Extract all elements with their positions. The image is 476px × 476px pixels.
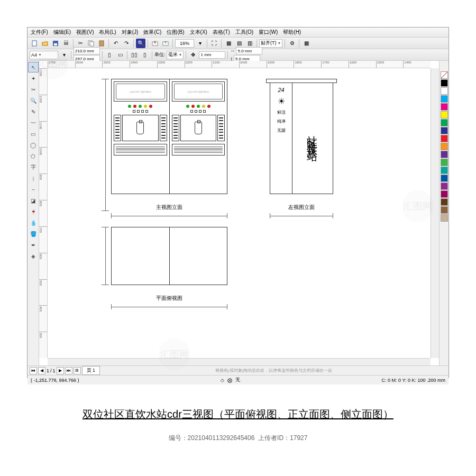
transparency-tool-icon[interactable]: 🍷 [28, 206, 39, 217]
ellipse-tool-icon[interactable]: ◯ [28, 140, 39, 150]
last-page-icon[interactable]: ⏭ [65, 367, 72, 374]
add-page-icon[interactable]: ⊞ [74, 367, 81, 374]
page-width-input[interactable] [74, 47, 100, 54]
page-tab[interactable]: 页 1 [82, 366, 100, 375]
ruler-icon[interactable]: ▦ [224, 39, 233, 48]
ruler-vertical: 1300120011001000900800700600500400300 [39, 68, 48, 358]
canvas[interactable]: 企业LOGO 品牌与标识 [48, 68, 431, 358]
swatch[interactable] [441, 206, 448, 214]
crop-tool-icon[interactable]: ✂ [28, 84, 39, 95]
copy-icon[interactable] [86, 39, 96, 48]
cut-icon[interactable]: ✂ [76, 39, 85, 48]
swatch[interactable] [441, 175, 448, 182]
shape-tool-icon[interactable]: ✦ [28, 73, 39, 84]
outline-tool-icon[interactable]: ✒ [28, 240, 39, 250]
swatch[interactable] [441, 198, 448, 206]
swatch[interactable] [441, 111, 448, 118]
polygon-tool-icon[interactable]: ⬠ [28, 151, 39, 161]
launcher-icon[interactable]: ▦ [301, 39, 311, 48]
menu-tools[interactable]: 工具(O) [235, 29, 253, 36]
pick-tool-icon[interactable]: ↖ [28, 62, 39, 72]
dimension-horizontal [270, 213, 333, 218]
zoom-input[interactable] [175, 39, 194, 48]
nudge-icon: ✥ [188, 50, 198, 60]
guides-icon[interactable]: ▥ [245, 39, 254, 48]
swatch[interactable] [441, 87, 448, 95]
zoom-dropdown-icon[interactable]: ▾ [195, 39, 205, 48]
menu-view[interactable]: 视图(V) [76, 29, 94, 36]
swatch[interactable] [441, 167, 448, 174]
portrait-icon[interactable]: ▯ [105, 50, 114, 60]
swatch[interactable] [441, 119, 448, 126]
menu-bitmap[interactable]: 位图(B) [167, 29, 184, 36]
snap-dropdown[interactable]: 贴齐(T)▼ [259, 39, 282, 48]
swatch[interactable] [441, 151, 448, 158]
svg-rect-0 [32, 41, 36, 46]
export-icon[interactable] [161, 39, 170, 48]
parallel-dim-icon[interactable]: ⟊ [28, 173, 39, 184]
swatch[interactable] [441, 143, 448, 150]
dup-x-input[interactable] [236, 47, 262, 54]
swatch[interactable] [441, 190, 448, 198]
save-icon[interactable] [51, 39, 60, 48]
outline-indicator-icon[interactable]: ⨂ [227, 378, 232, 383]
swatch[interactable] [441, 135, 448, 142]
fill-tool-icon[interactable]: 🪣 [28, 228, 39, 239]
side-view-label: 左视图立面 [270, 204, 333, 211]
menu-table[interactable]: 表格(T) [213, 29, 230, 36]
grid-icon[interactable]: ▤ [234, 39, 244, 48]
page-preset-icon[interactable]: ▾ [59, 50, 69, 60]
eyedropper-tool-icon[interactable]: 💧 [28, 217, 39, 228]
search-icon[interactable]: 🔍 [136, 39, 145, 48]
swatch[interactable] [441, 214, 448, 222]
menu-text[interactable]: 文本(X) [190, 29, 207, 36]
unit-dropdown[interactable]: 毫米▼ [167, 51, 184, 59]
scrollbar-vertical[interactable] [431, 68, 439, 358]
import-icon[interactable] [150, 39, 160, 48]
fullscreen-icon[interactable]: ⛶ [209, 39, 219, 48]
redo-icon[interactable]: ↷ [122, 39, 131, 48]
current-page-icon[interactable]: ▯ [140, 50, 150, 60]
zoom-tool-icon[interactable]: 🔍 [28, 95, 39, 106]
fill-indicator-icon[interactable]: ◇ [221, 378, 224, 383]
connector-tool-icon[interactable]: ⎓ [28, 184, 39, 195]
undo-icon[interactable]: ↶ [111, 39, 121, 48]
menu-effects[interactable]: 效果(C) [143, 29, 161, 36]
interactive-fill-icon[interactable]: ◈ [28, 251, 39, 261]
artistic-tool-icon[interactable]: 〰 [28, 117, 39, 128]
rectangle-tool-icon[interactable]: ▭ [28, 129, 39, 139]
menu-help[interactable]: 帮助(H) [283, 29, 301, 36]
menu-window[interactable]: 窗口(W) [259, 29, 278, 36]
dup-x-icon: ↔ [230, 48, 235, 53]
menu-object[interactable]: 对象(J) [122, 29, 139, 36]
new-icon[interactable] [30, 39, 39, 48]
swatch[interactable] [441, 159, 448, 166]
scrollbar-horizontal[interactable] [48, 358, 431, 365]
landscape-icon[interactable]: ▭ [115, 50, 125, 60]
print-icon[interactable] [61, 39, 71, 48]
menu-file[interactable]: 文件(F) [31, 29, 48, 36]
all-pages-icon[interactable]: ▯▯ [130, 50, 139, 60]
page-size-dropdown[interactable]: A4▼ [30, 51, 58, 59]
swatch[interactable] [441, 95, 448, 103]
menu-edit[interactable]: 编辑(E) [53, 29, 71, 36]
text-tool-icon[interactable]: 字 [28, 162, 39, 172]
image-meta: 编号：2021040113292645406 上传者ID：17927 [0, 434, 476, 443]
next-page-icon[interactable]: ▶ [57, 367, 64, 374]
swatch[interactable] [441, 103, 448, 111]
swatch-none[interactable] [441, 71, 448, 79]
toolbox: ↖ ✦ ✂ 🔍 ✎ 〰 ▭ ◯ ⬠ 字 ⟊ ⎓ ◪ 🍷 💧 🪣 ✒ ◈ [28, 61, 39, 365]
options-icon[interactable]: ⚙ [287, 39, 297, 48]
swatch[interactable] [441, 182, 448, 190]
color-palette: 对象属性 [439, 61, 448, 365]
dropshadow-tool-icon[interactable]: ◪ [28, 195, 39, 206]
nudge-input[interactable] [199, 51, 225, 59]
paste-icon[interactable] [97, 39, 106, 48]
menu-layout[interactable]: 布局(L) [99, 29, 116, 36]
prev-page-icon[interactable]: ◀ [38, 367, 45, 374]
swatch[interactable] [441, 79, 448, 87]
open-icon[interactable] [40, 39, 50, 48]
freehand-tool-icon[interactable]: ✎ [28, 106, 39, 117]
swatch[interactable] [441, 127, 448, 134]
first-page-icon[interactable]: ⏮ [30, 367, 37, 374]
